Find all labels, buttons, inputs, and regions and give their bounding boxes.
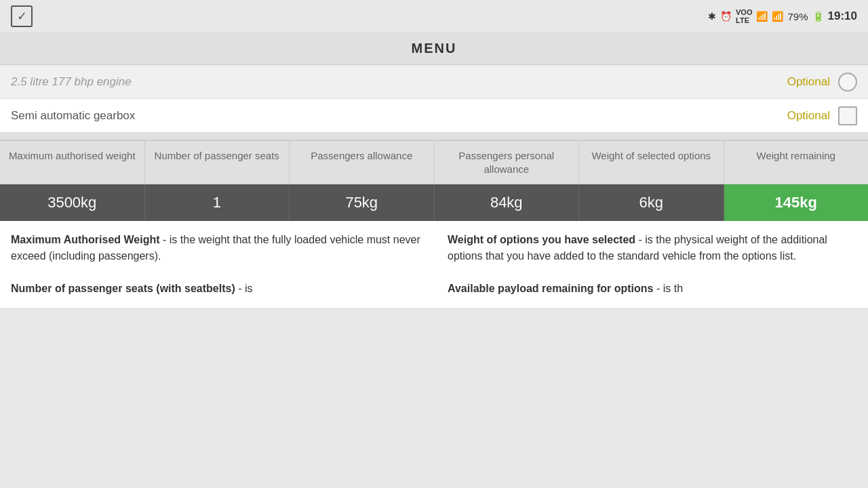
notebook-icon (11, 5, 33, 27)
battery-icon: 🔋 (812, 11, 824, 22)
section-divider (0, 133, 868, 140)
value-selected-options: 6kg (579, 184, 724, 221)
desc-available-payload: Available payload remaining for options … (448, 281, 857, 297)
desc-options-weight-bold: Weight of options you have selected (448, 234, 635, 245)
battery-percentage: 79% (787, 11, 808, 22)
list-item-gearbox: Semi automatic gearbox Optional (0, 99, 868, 133)
checkbox-gearbox[interactable] (838, 106, 857, 125)
list-item-engine-label: 2.5 litre 177 bhp engine (11, 75, 132, 89)
list-item-engine: 2.5 litre 177 bhp engine Optional (0, 65, 868, 99)
alarm-icon: ⏰ (720, 11, 732, 22)
radio-engine[interactable] (838, 73, 857, 92)
value-personal-allowance: 84kg (435, 184, 580, 221)
desc-available-payload-bold: Available payload remaining for options (448, 283, 653, 294)
signal-icon: 📶 (772, 11, 783, 22)
value-passengers-allowance: 75kg (290, 184, 435, 221)
header-max-weight: Maximum authorised weight (0, 141, 145, 184)
status-bar-right: ✱ ⏰ VOOLTE 📶 📶 79% 🔋 19:10 (708, 8, 857, 24)
weight-data-row: 3500kg 1 75kg 84kg 6kg 145kg (0, 184, 868, 221)
header-selected-options: Weight of selected options (579, 141, 724, 184)
status-bar: ✱ ⏰ VOOLTE 📶 📶 79% 🔋 19:10 (0, 0, 868, 33)
description-section: Maximum Authorised Weight - is the weigh… (0, 221, 868, 308)
optional-label-engine: Optional (787, 75, 830, 89)
list-item-engine-right: Optional (708, 73, 857, 92)
description-left: Maximum Authorised Weight - is the weigh… (11, 232, 420, 297)
status-bar-left (11, 5, 33, 27)
header-passengers-allowance: Passengers allowance (290, 141, 435, 184)
menu-title: MENU (412, 41, 457, 56)
time-display: 19:10 (828, 9, 857, 23)
header-weight-remaining: Weight remaining (724, 141, 869, 184)
header-passenger-seats: Number of passenger seats (145, 141, 290, 184)
desc-max-weight-bold: Maximum Authorised Weight (11, 234, 160, 245)
weight-header-row: Maximum authorised weight Number of pass… (0, 140, 868, 184)
optional-label-gearbox: Optional (787, 109, 830, 123)
list-item-gearbox-right: Optional (708, 106, 857, 125)
desc-max-weight: Maximum Authorised Weight - is the weigh… (11, 232, 420, 264)
bluetooth-icon: ✱ (708, 11, 716, 22)
lte-icon: VOOLTE (736, 8, 752, 24)
description-right: Weight of options you have selected - is… (448, 232, 857, 297)
desc-available-payload-text: - is th (653, 283, 683, 294)
desc-seats: Number of passenger seats (with seatbelt… (11, 281, 420, 297)
menu-title-bar: MENU (0, 33, 868, 65)
value-passenger-seats: 1 (145, 184, 290, 221)
desc-seats-text: - is (235, 283, 253, 294)
header-personal-allowance: Passengers personal allowance (435, 141, 580, 184)
value-max-weight: 3500kg (0, 184, 145, 221)
value-weight-remaining: 145kg (724, 184, 869, 221)
desc-seats-bold: Number of passenger seats (with seatbelt… (11, 283, 235, 294)
list-item-gearbox-label: Semi automatic gearbox (11, 109, 135, 123)
wifi-icon: 📶 (756, 11, 768, 22)
desc-options-weight: Weight of options you have selected - is… (448, 232, 857, 264)
